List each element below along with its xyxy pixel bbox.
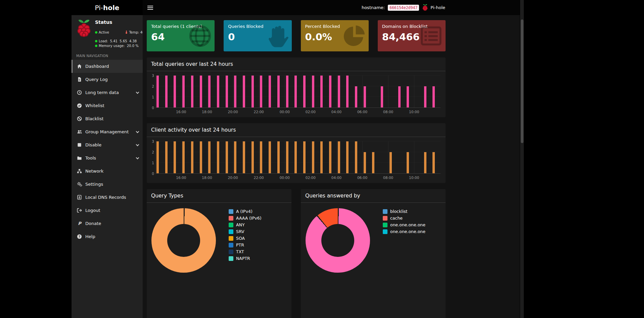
sidebar-item-long-term-data[interactable]: Long term data <box>72 86 143 99</box>
bar <box>182 141 185 173</box>
sidebar-item-local-dns-records[interactable]: Local DNS Records <box>72 191 143 204</box>
sidebar-item-label: Long term data <box>85 90 119 95</box>
sidebar-item-settings[interactable]: Settings <box>72 178 143 191</box>
stat-card-percent-blocked[interactable]: Percent Blocked 0.0% <box>301 20 369 51</box>
sidebar-item-dashboard[interactable]: Dashboard <box>72 60 143 73</box>
y-tick-label: 1 <box>152 161 154 165</box>
sidebar-toggle-button[interactable] <box>143 0 157 15</box>
legend-item[interactable]: A (IPv4) <box>229 209 262 214</box>
plot-area[interactable] <box>155 141 441 174</box>
status-ok-dot <box>95 40 97 42</box>
bar <box>243 76 245 107</box>
legend-item[interactable]: one.one.one.one <box>383 229 425 234</box>
y-tick-label: 2 <box>152 150 154 154</box>
status-line-memory: Memory usage: 20.0 % <box>95 44 150 48</box>
sidebar-item-group-management[interactable]: Group Management <box>72 125 143 138</box>
gridline <box>156 152 441 152</box>
legend-swatch <box>229 243 233 247</box>
legend-item[interactable]: blocklist <box>383 209 425 214</box>
sidebar-item-whitelist[interactable]: Whitelist <box>72 99 143 112</box>
status-active-label: Active <box>99 31 109 34</box>
queries-answered-donut[interactable] <box>306 208 370 273</box>
sidebar-item-label: Settings <box>85 182 103 187</box>
gridline <box>259 141 259 173</box>
bar <box>165 76 168 107</box>
query-types-legend: A (IPv4)AAAA (IPv6)ANYSRVSOAPTRTXTNAPTR <box>229 209 262 273</box>
y-tick-label: 3 <box>152 140 154 143</box>
plot-wrap: 16:0018:0020:0022:0000:0002:0004:0006:00… <box>155 141 441 182</box>
stat-card-domains-blocklist[interactable]: Domains on Blocklist 84,466 <box>378 20 446 51</box>
legend-item[interactable]: NAPTR <box>229 256 262 261</box>
legend-label: cache <box>390 216 403 221</box>
scrollbar-track[interactable] <box>520 0 524 318</box>
legend-item[interactable]: cache <box>383 216 425 221</box>
bar <box>424 86 426 107</box>
bar <box>320 141 323 173</box>
bottom-panels-row: Query Types A (IPv4)AAAA (IPv6)ANYSRVSOA… <box>147 189 446 318</box>
navbar-right: hostname: 666154e2d947 <box>362 4 445 12</box>
x-tick-label: 00:00 <box>280 176 290 180</box>
legend-item[interactable]: PTR <box>229 242 262 247</box>
sidebar-item-help[interactable]: ? Help <box>72 230 143 243</box>
status-line-active: Active Temp: 40 °C <box>95 27 150 38</box>
plot-area[interactable] <box>155 76 441 108</box>
bar <box>217 76 219 107</box>
bar <box>243 141 245 173</box>
bar <box>286 141 288 173</box>
legend-swatch <box>229 223 233 227</box>
stat-card-queries-blocked[interactable]: Queries Blocked 0 <box>224 20 291 51</box>
legend-item[interactable]: SOA <box>229 236 262 241</box>
query-types-donut[interactable] <box>151 208 216 273</box>
user-menu[interactable]: Pi-hole <box>422 4 445 12</box>
users-icon <box>77 129 82 134</box>
bar <box>200 141 202 173</box>
sidebar-item-label: Local DNS Records <box>85 195 126 200</box>
sidebar-item-donate[interactable]: P Donate <box>72 217 143 230</box>
stat-card-total-queries[interactable]: Total queries (1 clients) 64 <box>147 20 215 51</box>
y-tick-label: 0 <box>152 172 154 176</box>
bar <box>407 152 409 173</box>
legend-label: blocklist <box>390 209 408 214</box>
x-tick-label: 02:00 <box>306 110 316 114</box>
bar <box>156 141 159 173</box>
legend-item[interactable]: AAAA (IPv6) <box>229 216 262 221</box>
gridline <box>285 76 285 107</box>
sidebar-item-network[interactable]: Network <box>72 165 143 178</box>
bar <box>338 141 340 173</box>
legend-label: AAAA (IPv6) <box>236 216 262 221</box>
sidebar-item-tools[interactable]: Tools <box>72 151 143 165</box>
legend-item[interactable]: TXT <box>229 249 262 254</box>
donut-row: A (IPv4)AAAA (IPv6)ANYSRVSOAPTRTXTNAPTR <box>147 203 291 278</box>
legend-swatch <box>229 256 233 261</box>
y-tick-label: 2 <box>152 85 154 88</box>
bar <box>234 141 236 173</box>
bar <box>294 76 297 107</box>
panel-title: Queries answered by <box>301 189 446 203</box>
legend-swatch <box>229 216 233 221</box>
sidebar-item-logout[interactable]: Logout <box>72 204 143 217</box>
sidebar-item-query-log[interactable]: Query Log <box>72 73 143 86</box>
sidebar-item-label: Donate <box>85 221 101 226</box>
x-tick-label: 10:00 <box>409 176 419 180</box>
legend-swatch <box>229 249 233 254</box>
scrollbar-thumb[interactable] <box>521 19 523 143</box>
status-ok-dot <box>95 31 97 34</box>
gridline <box>414 141 414 173</box>
legend-item[interactable]: one.one.one.one <box>383 222 425 227</box>
gridline <box>181 76 182 107</box>
legend-swatch <box>383 209 387 214</box>
brand-logo[interactable]: Pi-hole <box>72 0 143 15</box>
bar <box>407 86 409 107</box>
sidebar-item-blacklist[interactable]: Blacklist <box>72 112 143 125</box>
legend-label: one.one.one.one <box>390 222 425 227</box>
panel-title: Query Types <box>147 189 291 203</box>
total-queries-chart: 0123 16:0018:0020:0022:0000:0002:0004:00… <box>147 71 446 117</box>
legend-item[interactable]: SRV <box>229 229 262 234</box>
sidebar-item-disable[interactable]: Disable <box>72 138 143 151</box>
legend-label: A (IPv4) <box>236 209 252 214</box>
bar <box>277 141 280 173</box>
gridline <box>336 141 337 173</box>
sidebar-item-label: Whitelist <box>85 103 104 108</box>
bar <box>208 76 211 107</box>
legend-item[interactable]: ANY <box>229 222 262 227</box>
